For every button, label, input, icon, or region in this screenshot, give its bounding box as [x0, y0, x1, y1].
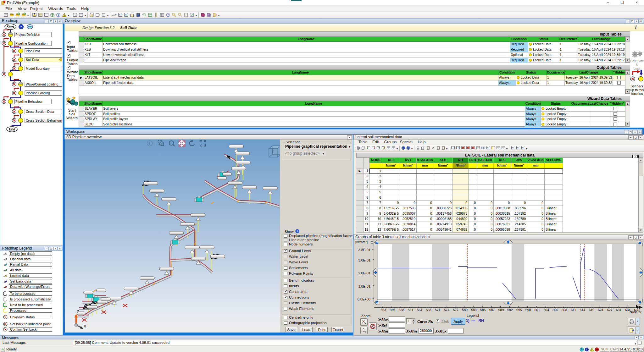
hidden-checkbox[interactable] — [617, 76, 621, 79]
latsoil-col-gray-icon[interactable] — [476, 145, 480, 151]
roadmap-status-icon[interactable] — [19, 91, 23, 95]
latsoil-menu-help[interactable]: Help — [415, 140, 428, 145]
overview-close-button[interactable]: × — [639, 19, 643, 23]
toolbar-more-caret-icon[interactable]: ▾ — [411, 147, 414, 150]
graph-export-caret[interactable]: ▼ — [636, 327, 640, 334]
show-option-bend-indicators[interactable]: Bend Indicators — [284, 278, 314, 282]
save-button[interactable]: Save — [286, 327, 297, 332]
last-message-field[interactable]: [09:25:06] Comment: Update to version 4.… — [73, 340, 638, 345]
latsoil-fill-right-icon[interactable] — [456, 145, 460, 151]
show-option-ground-level[interactable]: Ground Level — [284, 249, 311, 253]
toolbar-more-caret-icon[interactable]: ▾ — [27, 14, 30, 17]
latsoil-row-selector[interactable] — [356, 184, 364, 190]
latsoil-col-pack-icon[interactable] — [501, 145, 505, 151]
scroll-down-button[interactable]: ▼ — [625, 58, 630, 62]
hidden-checkbox[interactable] — [613, 123, 617, 126]
toolbar-more-caret-icon[interactable]: ▾ — [68, 14, 70, 17]
set-back-button[interactable]: Set backup to thisfunction — [629, 69, 644, 96]
workspace-panel-titlebar[interactable]: Workspace – □ ⌖ × — [64, 129, 642, 134]
data-window-icon[interactable] — [38, 12, 43, 18]
row-selector[interactable] — [79, 106, 84, 112]
row-selector[interactable] — [79, 58, 84, 63]
graph-print-button[interactable] — [628, 318, 636, 325]
latsoil-row-selector[interactable] — [356, 179, 364, 184]
warning-window-icon[interactable]: ! — [62, 12, 67, 18]
latsoil-row-selector[interactable] — [356, 217, 364, 222]
graph-export-button[interactable] — [628, 327, 636, 334]
menu-file[interactable]: File — [4, 6, 14, 11]
workspace-pin-button[interactable]: ⌖ — [633, 130, 637, 134]
latsoil-minimize-button[interactable]: – — [628, 135, 633, 140]
latsoil-col-red-2-icon[interactable]: 2 — [466, 145, 470, 151]
key-icon[interactable] — [177, 12, 183, 18]
roadmap-panel-titlebar[interactable]: Roadmap – □ ⌖ × — [0, 18, 63, 24]
roadmap-status-icon[interactable] — [8, 72, 13, 76]
scroll-thumb[interactable] — [639, 163, 643, 176]
roadmap-maximize-button[interactable]: □ — [49, 19, 53, 23]
row-selector[interactable] — [79, 112, 84, 117]
show-option-connections[interactable]: Connections — [284, 295, 309, 299]
pipeline-profile-icon[interactable] — [112, 12, 117, 18]
show-option-hide-outer-pipeline[interactable]: Hide outer pipeline — [284, 238, 319, 242]
x-min-field[interactable]: 280000 — [419, 328, 434, 334]
curve-spinner-arrows[interactable]: ▲ ▼ — [412, 318, 415, 324]
blank-window-icon[interactable] — [44, 12, 49, 18]
row-selector[interactable] — [79, 122, 84, 127]
scroll-down-button[interactable]: ▼ — [625, 122, 630, 126]
copy-window-icon[interactable] — [89, 12, 94, 18]
scroll-up-button[interactable]: ▲ — [625, 37, 630, 41]
hidden-checkbox[interactable] — [613, 107, 617, 110]
show-option-displaced-pipeline[interactable]: Displaced pipeline (magnification factor… — [284, 234, 364, 238]
roadmap-status-icon[interactable] — [8, 99, 13, 104]
show-checkbox[interactable] — [284, 290, 287, 294]
latsoil-col-layout-icon[interactable] — [496, 145, 500, 151]
save-mini-icon[interactable] — [136, 12, 141, 18]
messages-checkbox[interactable] — [638, 341, 641, 344]
show-checkbox[interactable] — [284, 307, 287, 311]
load-button[interactable]: Load — [300, 327, 313, 332]
globe-window-icon[interactable] — [50, 12, 55, 18]
open-project-icon[interactable] — [9, 12, 14, 18]
y-min-field[interactable] — [389, 328, 405, 334]
messages-close-button[interactable]: × — [639, 336, 643, 339]
overview-table-scrollbar[interactable]: ▲ ▼ — [625, 101, 630, 126]
show-checkbox[interactable] — [284, 272, 287, 275]
legend-minimize-button[interactable]: – — [45, 247, 49, 250]
show-option-water-level[interactable]: Water Level — [284, 255, 308, 258]
y-max-field[interactable] — [389, 316, 405, 322]
graph-check-icon[interactable] — [124, 12, 129, 18]
latsoil-row-selector[interactable] — [356, 201, 364, 206]
validate-edit-icon[interactable] — [189, 12, 195, 18]
latsoil-column-header-klh[interactable]: KLH — [433, 158, 453, 163]
info-window-icon[interactable]: i — [56, 12, 61, 18]
y-ref-field[interactable] — [389, 322, 405, 328]
save-project-icon[interactable] — [15, 12, 20, 18]
project-window-icon[interactable] — [32, 12, 37, 18]
show-checkbox[interactable] — [284, 279, 287, 282]
menu-project[interactable]: Project — [28, 6, 44, 11]
overview-toggle-input-tables[interactable]: InputTables — [67, 41, 80, 52]
latsoil-table-edit-icon[interactable] — [381, 145, 386, 151]
show-checkbox[interactable] — [284, 284, 287, 288]
latsoil-menu-edit[interactable]: Edit — [370, 140, 381, 145]
tree-layout-icon[interactable] — [72, 12, 78, 18]
zoom-key-icon[interactable] — [171, 12, 177, 18]
graph-maximize-button[interactable]: □ — [633, 235, 638, 239]
row-selector[interactable] — [79, 80, 84, 86]
roadmap-minimize-button[interactable]: – — [45, 19, 49, 23]
row-selector[interactable]: ▶ — [79, 75, 84, 80]
latsoil-menu-groups[interactable]: Groups — [382, 140, 399, 145]
show-checkbox[interactable] — [284, 316, 287, 319]
show-option-constraints[interactable]: Constraints — [284, 290, 307, 294]
toolbar-more-caret-icon[interactable]: ▾ — [526, 147, 529, 150]
latsoil-close-button[interactable]: × — [638, 135, 643, 140]
latsoil-save-chart-icon[interactable] — [511, 145, 515, 151]
link-checkbox-wrap[interactable]: Link — [436, 319, 449, 324]
menu-wizards[interactable]: Wizards — [47, 6, 65, 11]
show-checkbox[interactable] — [284, 238, 287, 242]
latsoil-column-header-vt-slack[interactable]: VT-SLACK — [417, 158, 433, 163]
latsoil-delete-chart-icon[interactable] — [521, 145, 525, 151]
latsoil-menu-special[interactable]: Special — [397, 140, 415, 145]
latsoil-col-red-3-icon[interactable]: 3 — [471, 145, 475, 151]
graph-design-icon[interactable] — [118, 12, 123, 18]
